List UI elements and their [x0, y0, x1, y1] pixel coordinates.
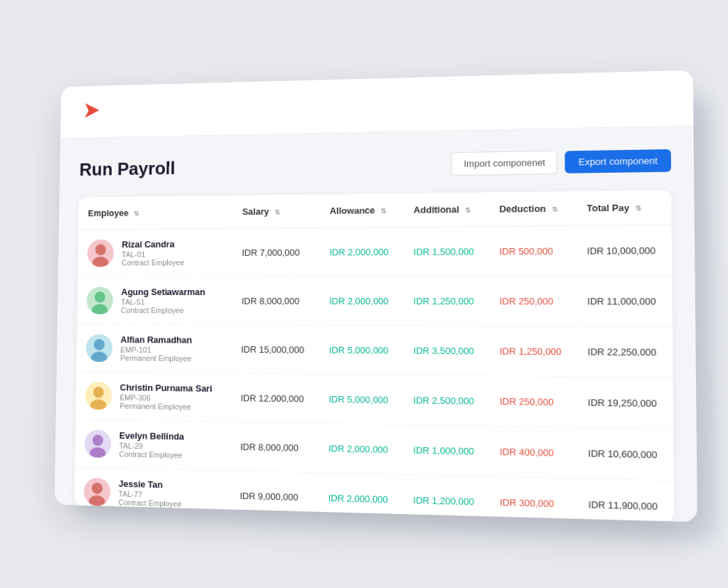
export-button[interactable]: Export component: [565, 149, 671, 173]
employee-cell: Agung Setiawarman TAL-51 Contract Employ…: [77, 277, 232, 325]
col-header-allowance[interactable]: Allowance ⇅: [320, 193, 404, 228]
salary-cell: IDR 8,000,000: [232, 277, 320, 326]
deduction-cell: IDR 500,000: [489, 225, 577, 276]
col-header-totalpay[interactable]: Total Pay ⇅: [577, 190, 672, 225]
svg-point-8: [90, 399, 107, 410]
table-header-row: Employee ⇅ Salary ⇅ Allowance ⇅: [78, 190, 671, 230]
totalpay-cell: IDR 10,600,000: [577, 427, 674, 481]
svg-point-5: [94, 339, 105, 351]
additional-cell: IDR 3,500,000: [403, 326, 489, 376]
deduction-cell: IDR 250,000: [489, 276, 577, 326]
salary-cell: IDR 15,000,000: [231, 325, 319, 374]
col-header-additional[interactable]: Additional ⇅: [404, 192, 489, 227]
employee-cell: Rizal Candra TAL-01 Contract Employee: [77, 228, 232, 277]
svg-point-12: [89, 495, 105, 506]
employee-name: Evelyn Bellinda: [119, 430, 184, 442]
employee-cell: Alfian Ramadhan EMP-101 Permanent Employ…: [76, 324, 232, 373]
table-container: Employee ⇅ Salary ⇅ Allowance ⇅: [74, 190, 674, 521]
allowance-cell: IDR 2,000,000: [318, 423, 403, 474]
avatar: [87, 240, 114, 267]
svg-point-11: [92, 483, 102, 494]
employee-name: Alfian Ramadhan: [121, 334, 193, 345]
main-card: Run Payroll Import componenet Export com…: [55, 70, 697, 523]
allowance-cell: IDR 5,000,000: [318, 374, 403, 424]
import-button[interactable]: Import componenet: [451, 151, 558, 176]
table-row[interactable]: Rizal Candra TAL-01 Contract Employee ID…: [77, 225, 672, 277]
perspective-wrapper: Run Payroll Import componenet Export com…: [44, 77, 684, 511]
employee-id: EMP-101: [120, 346, 192, 354]
deduction-cell: IDR 400,000: [489, 426, 577, 479]
avatar: [86, 334, 113, 362]
employee-info: Jessie Tan TAL-77 Contract Employee: [118, 479, 181, 508]
employee-type: Contract Employee: [118, 498, 181, 508]
deduction-cell: IDR 250,000: [489, 376, 577, 428]
employee-type: Contract Employee: [122, 258, 184, 267]
header-actions: Import componenet Export component: [451, 149, 671, 176]
employee-name: Agung Setiawarman: [121, 287, 205, 297]
employee-name: Rizal Candra: [122, 239, 184, 250]
allowance-cell: IDR 2,000,000: [318, 473, 403, 514]
sort-icon-totalpay: ⇅: [635, 204, 641, 212]
employee-id: TAL-51: [121, 298, 205, 306]
employee-type: Contract Employee: [121, 306, 205, 314]
salary-cell: IDR 9,000,000: [230, 471, 319, 512]
allowance-cell: IDR 2,000,000: [319, 276, 403, 325]
svg-point-3: [95, 292, 105, 302]
employee-type: Contract Employee: [119, 450, 183, 460]
avatar: [84, 478, 111, 506]
deduction-cell: IDR 1,250,000: [489, 326, 577, 377]
col-header-deduction[interactable]: Deduction ⇅: [489, 191, 577, 226]
employee-cell: Evelyn Bellinda TAL-29 Contract Employee: [75, 419, 230, 471]
table-row[interactable]: Agung Setiawarman TAL-51 Contract Employ…: [77, 276, 673, 327]
allowance-cell: IDR 2,000,000: [320, 227, 404, 276]
page-header: Run Payroll Import componenet Export com…: [79, 149, 671, 181]
svg-point-1: [95, 244, 106, 255]
table-row[interactable]: Alfian Ramadhan EMP-101 Permanent Employ…: [76, 324, 673, 378]
avatar: [85, 382, 112, 410]
avatar: [85, 429, 112, 458]
employee-id: TAL-01: [122, 250, 184, 259]
sort-icon-deduction: ⇅: [552, 205, 557, 213]
sort-icon-employee: ⇅: [134, 210, 139, 218]
employee-info: Alfian Ramadhan EMP-101 Permanent Employ…: [120, 334, 192, 363]
avatar: [87, 287, 114, 314]
employee-type: Permanent Employee: [120, 354, 192, 363]
deduction-cell: IDR 300,000: [490, 476, 578, 519]
employee-info: Rizal Candra TAL-01 Contract Employee: [122, 239, 185, 267]
sort-icon-allowance: ⇅: [380, 207, 386, 215]
allowance-cell: IDR 5,000,000: [319, 325, 404, 375]
employee-cell: Christin Purnama Sari EMP-306 Permanent …: [75, 372, 231, 422]
sort-icon-additional: ⇅: [465, 206, 471, 214]
salary-cell: IDR 7,000,000: [232, 228, 320, 277]
logo-icon: [80, 98, 105, 123]
salary-cell: IDR 12,000,000: [231, 373, 319, 423]
svg-point-9: [92, 434, 103, 446]
employee-info: Agung Setiawarman TAL-51 Contract Employ…: [121, 287, 205, 314]
totalpay-cell: IDR 19,250,000: [577, 377, 673, 429]
col-header-salary[interactable]: Salary ⇅: [232, 194, 320, 228]
employee-name: Jessie Tan: [119, 479, 182, 491]
sort-icon-salary: ⇅: [274, 208, 280, 216]
totalpay-cell: IDR 22,250,000: [577, 326, 673, 378]
additional-cell: IDR 1,500,000: [404, 226, 490, 276]
salary-cell: IDR 8,000,000: [230, 422, 318, 472]
totalpay-cell: IDR 11,900,000: [578, 479, 675, 521]
additional-cell: IDR 1,000,000: [403, 424, 490, 476]
employee-info: Evelyn Bellinda TAL-29 Contract Employee: [119, 430, 184, 459]
totalpay-cell: IDR 11,000,000: [577, 276, 673, 327]
employee-cell: Jessie Tan TAL-77 Contract Employee: [74, 467, 230, 509]
svg-point-6: [91, 351, 107, 362]
page-title: Run Payroll: [79, 158, 175, 181]
svg-point-7: [93, 387, 104, 398]
employee-info: Christin Purnama Sari EMP-306 Permanent …: [119, 383, 212, 412]
svg-marker-0: [85, 103, 99, 118]
additional-cell: IDR 1,200,000: [403, 474, 490, 516]
employee-type: Permanent Employee: [119, 402, 212, 412]
additional-cell: IDR 2,500,000: [403, 375, 489, 426]
content-area: Run Payroll Import componenet Export com…: [55, 126, 697, 522]
table-body: Rizal Candra TAL-01 Contract Employee ID…: [74, 225, 674, 521]
col-header-employee[interactable]: Employee ⇅: [78, 196, 232, 230]
additional-cell: IDR 1,250,000: [403, 276, 489, 326]
svg-point-10: [90, 447, 106, 458]
payroll-table: Employee ⇅ Salary ⇅ Allowance ⇅: [74, 190, 674, 521]
